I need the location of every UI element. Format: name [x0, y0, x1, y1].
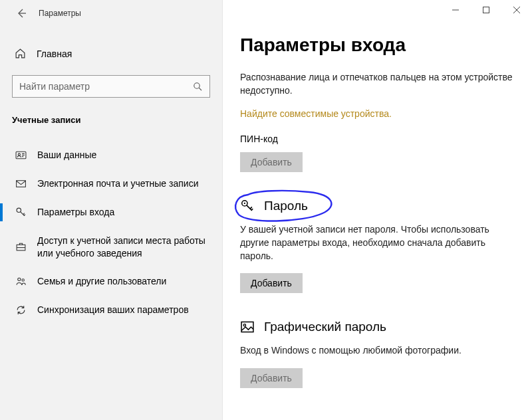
sidebar-nav: Ваши данные Электронная почта и учетные … — [0, 141, 222, 324]
page-title: Параметры входа — [240, 35, 515, 56]
key-icon — [15, 207, 27, 218]
home-nav-item[interactable]: Главная — [0, 41, 222, 66]
sidebar-item-label: Доступ к учетной записи места работы или… — [37, 235, 210, 260]
password-heading: Пароль — [264, 199, 308, 213]
people-icon — [15, 276, 27, 287]
svg-point-7 — [21, 279, 23, 281]
compatible-devices-link[interactable]: Найдите совместимые устройства. — [240, 108, 515, 119]
password-section: Пароль У вашей учетной записи нет пароля… — [240, 199, 515, 294]
home-label: Главная — [37, 49, 72, 59]
sidebar-item-label: Параметры входа — [37, 206, 114, 219]
sidebar-item-family[interactable]: Семья и другие пользователи — [0, 267, 222, 296]
home-icon — [15, 48, 26, 59]
picture-password-add-button[interactable]: Добавить — [240, 368, 303, 388]
key-icon — [240, 199, 255, 213]
sidebar-item-label: Ваши данные — [37, 149, 96, 161]
svg-point-0 — [194, 83, 200, 88]
app-title: Параметры — [39, 9, 81, 18]
search-input[interactable] — [19, 81, 176, 92]
person-card-icon — [15, 150, 27, 161]
svg-rect-3 — [16, 181, 25, 187]
search-box[interactable] — [12, 75, 210, 98]
sidebar-item-label: Семья и другие пользователи — [37, 275, 166, 288]
sidebar-item-label: Электронная почта и учетные записи — [37, 177, 198, 190]
picture-password-section: Графический пароль Вход в Windows с помо… — [240, 320, 515, 387]
sidebar-item-label: Синхронизация ваших параметров — [37, 304, 189, 316]
svg-point-11 — [243, 324, 245, 326]
sidebar-item-signin-options[interactable]: Параметры входа — [0, 198, 222, 227]
window-controls — [440, 0, 532, 20]
sidebar-item-sync[interactable]: Синхронизация ваших параметров — [0, 296, 222, 324]
close-button[interactable] — [501, 0, 532, 20]
svg-point-2 — [18, 154, 20, 156]
briefcase-icon — [15, 241, 27, 253]
main-content: Параметры входа Распознавание лица и отп… — [223, 0, 532, 420]
picture-password-description: Вход в Windows с помощью любимой фотогра… — [240, 344, 515, 357]
sidebar-item-your-info[interactable]: Ваши данные — [0, 141, 222, 169]
sidebar-section-heading: Учетные записи — [0, 98, 222, 130]
sidebar-item-work-school[interactable]: Доступ к учетной записи места работы или… — [0, 227, 222, 268]
search-icon — [192, 81, 203, 92]
back-button[interactable] — [12, 4, 31, 23]
sidebar: Параметры Главная Учетные записи Ваши да… — [0, 0, 223, 420]
minimize-button[interactable] — [440, 0, 471, 20]
mail-icon — [15, 178, 27, 189]
picture-password-heading: Графический пароль — [264, 320, 386, 334]
svg-point-6 — [17, 278, 20, 281]
titlebar: Параметры — [0, 0, 222, 27]
sync-icon — [15, 304, 27, 316]
pin-add-button[interactable]: Добавить — [240, 152, 303, 172]
picture-icon — [240, 320, 255, 334]
sidebar-item-email-accounts[interactable]: Электронная почта и учетные записи — [0, 169, 222, 198]
face-fingerprint-unavailable-text: Распознавание лица и отпечатков пальцев … — [240, 70, 515, 98]
maximize-button[interactable] — [471, 0, 501, 20]
pin-label: ПИН-код — [240, 134, 515, 144]
svg-point-9 — [244, 202, 245, 203]
svg-rect-12 — [483, 7, 489, 13]
password-description: У вашей учетной записи нет пароля. Чтобы… — [240, 223, 515, 263]
password-add-button[interactable]: Добавить — [240, 273, 303, 293]
